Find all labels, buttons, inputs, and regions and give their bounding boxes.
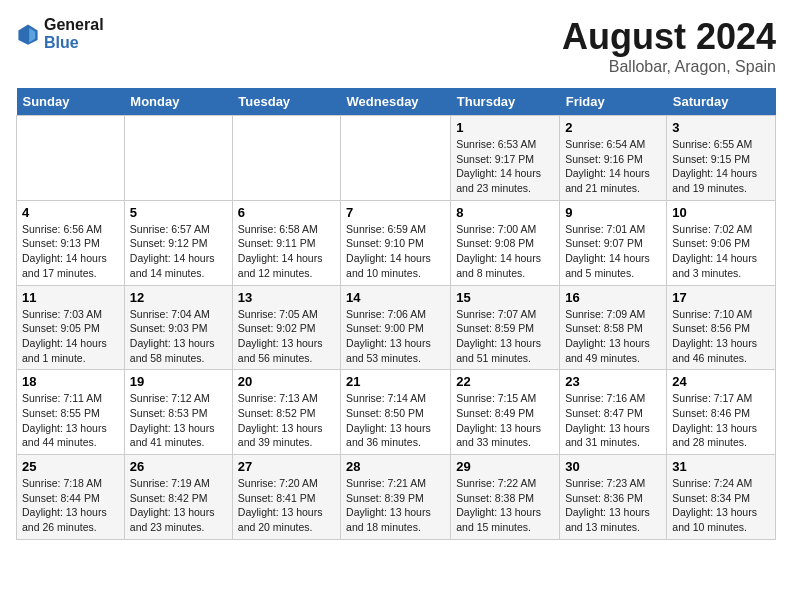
calendar-cell — [17, 116, 125, 201]
calendar-cell: 19Sunrise: 7:12 AM Sunset: 8:53 PM Dayli… — [124, 370, 232, 455]
day-info: Sunrise: 7:18 AM Sunset: 8:44 PM Dayligh… — [22, 476, 119, 535]
page-title: August 2024 — [562, 16, 776, 58]
day-info: Sunrise: 7:12 AM Sunset: 8:53 PM Dayligh… — [130, 391, 227, 450]
logo: General Blue — [16, 16, 104, 52]
day-info: Sunrise: 6:58 AM Sunset: 9:11 PM Dayligh… — [238, 222, 335, 281]
calendar-cell: 30Sunrise: 7:23 AM Sunset: 8:36 PM Dayli… — [560, 455, 667, 540]
day-number: 7 — [346, 205, 445, 220]
week-row-2: 4Sunrise: 6:56 AM Sunset: 9:13 PM Daylig… — [17, 200, 776, 285]
calendar-cell: 8Sunrise: 7:00 AM Sunset: 9:08 PM Daylig… — [451, 200, 560, 285]
day-info: Sunrise: 7:06 AM Sunset: 9:00 PM Dayligh… — [346, 307, 445, 366]
day-number: 11 — [22, 290, 119, 305]
calendar-cell — [341, 116, 451, 201]
day-info: Sunrise: 7:02 AM Sunset: 9:06 PM Dayligh… — [672, 222, 770, 281]
day-info: Sunrise: 7:19 AM Sunset: 8:42 PM Dayligh… — [130, 476, 227, 535]
day-info: Sunrise: 7:00 AM Sunset: 9:08 PM Dayligh… — [456, 222, 554, 281]
day-info: Sunrise: 6:53 AM Sunset: 9:17 PM Dayligh… — [456, 137, 554, 196]
day-number: 20 — [238, 374, 335, 389]
day-info: Sunrise: 7:23 AM Sunset: 8:36 PM Dayligh… — [565, 476, 661, 535]
day-number: 8 — [456, 205, 554, 220]
calendar-cell: 12Sunrise: 7:04 AM Sunset: 9:03 PM Dayli… — [124, 285, 232, 370]
calendar-cell — [124, 116, 232, 201]
page-subtitle: Ballobar, Aragon, Spain — [562, 58, 776, 76]
day-info: Sunrise: 6:55 AM Sunset: 9:15 PM Dayligh… — [672, 137, 770, 196]
header-friday: Friday — [560, 88, 667, 116]
day-info: Sunrise: 7:14 AM Sunset: 8:50 PM Dayligh… — [346, 391, 445, 450]
header-thursday: Thursday — [451, 88, 560, 116]
logo-icon — [16, 22, 40, 46]
calendar-cell: 22Sunrise: 7:15 AM Sunset: 8:49 PM Dayli… — [451, 370, 560, 455]
day-number: 24 — [672, 374, 770, 389]
day-number: 13 — [238, 290, 335, 305]
day-info: Sunrise: 6:56 AM Sunset: 9:13 PM Dayligh… — [22, 222, 119, 281]
day-info: Sunrise: 6:57 AM Sunset: 9:12 PM Dayligh… — [130, 222, 227, 281]
calendar-cell: 7Sunrise: 6:59 AM Sunset: 9:10 PM Daylig… — [341, 200, 451, 285]
day-number: 6 — [238, 205, 335, 220]
logo-text: General Blue — [44, 16, 104, 52]
day-info: Sunrise: 7:13 AM Sunset: 8:52 PM Dayligh… — [238, 391, 335, 450]
calendar-cell: 31Sunrise: 7:24 AM Sunset: 8:34 PM Dayli… — [667, 455, 776, 540]
day-number: 3 — [672, 120, 770, 135]
calendar-cell: 5Sunrise: 6:57 AM Sunset: 9:12 PM Daylig… — [124, 200, 232, 285]
day-number: 22 — [456, 374, 554, 389]
calendar-cell: 27Sunrise: 7:20 AM Sunset: 8:41 PM Dayli… — [232, 455, 340, 540]
day-number: 1 — [456, 120, 554, 135]
week-row-1: 1Sunrise: 6:53 AM Sunset: 9:17 PM Daylig… — [17, 116, 776, 201]
title-block: August 2024 Ballobar, Aragon, Spain — [562, 16, 776, 76]
day-info: Sunrise: 7:04 AM Sunset: 9:03 PM Dayligh… — [130, 307, 227, 366]
day-info: Sunrise: 7:05 AM Sunset: 9:02 PM Dayligh… — [238, 307, 335, 366]
calendar-cell: 18Sunrise: 7:11 AM Sunset: 8:55 PM Dayli… — [17, 370, 125, 455]
day-number: 4 — [22, 205, 119, 220]
day-info: Sunrise: 7:21 AM Sunset: 8:39 PM Dayligh… — [346, 476, 445, 535]
header-monday: Monday — [124, 88, 232, 116]
calendar-cell: 9Sunrise: 7:01 AM Sunset: 9:07 PM Daylig… — [560, 200, 667, 285]
day-number: 17 — [672, 290, 770, 305]
day-info: Sunrise: 7:09 AM Sunset: 8:58 PM Dayligh… — [565, 307, 661, 366]
header-saturday: Saturday — [667, 88, 776, 116]
calendar-cell: 25Sunrise: 7:18 AM Sunset: 8:44 PM Dayli… — [17, 455, 125, 540]
day-number: 18 — [22, 374, 119, 389]
header-tuesday: Tuesday — [232, 88, 340, 116]
calendar-cell: 20Sunrise: 7:13 AM Sunset: 8:52 PM Dayli… — [232, 370, 340, 455]
day-info: Sunrise: 7:22 AM Sunset: 8:38 PM Dayligh… — [456, 476, 554, 535]
day-number: 12 — [130, 290, 227, 305]
calendar-cell: 6Sunrise: 6:58 AM Sunset: 9:11 PM Daylig… — [232, 200, 340, 285]
day-number: 10 — [672, 205, 770, 220]
calendar-cell: 14Sunrise: 7:06 AM Sunset: 9:00 PM Dayli… — [341, 285, 451, 370]
day-number: 16 — [565, 290, 661, 305]
day-number: 5 — [130, 205, 227, 220]
day-info: Sunrise: 6:54 AM Sunset: 9:16 PM Dayligh… — [565, 137, 661, 196]
calendar-cell: 24Sunrise: 7:17 AM Sunset: 8:46 PM Dayli… — [667, 370, 776, 455]
day-number: 29 — [456, 459, 554, 474]
calendar-cell: 4Sunrise: 6:56 AM Sunset: 9:13 PM Daylig… — [17, 200, 125, 285]
day-info: Sunrise: 7:01 AM Sunset: 9:07 PM Dayligh… — [565, 222, 661, 281]
day-info: Sunrise: 7:07 AM Sunset: 8:59 PM Dayligh… — [456, 307, 554, 366]
calendar-cell: 1Sunrise: 6:53 AM Sunset: 9:17 PM Daylig… — [451, 116, 560, 201]
day-number: 19 — [130, 374, 227, 389]
header-sunday: Sunday — [17, 88, 125, 116]
day-number: 27 — [238, 459, 335, 474]
day-number: 25 — [22, 459, 119, 474]
calendar-cell: 21Sunrise: 7:14 AM Sunset: 8:50 PM Dayli… — [341, 370, 451, 455]
day-info: Sunrise: 6:59 AM Sunset: 9:10 PM Dayligh… — [346, 222, 445, 281]
day-number: 31 — [672, 459, 770, 474]
day-number: 15 — [456, 290, 554, 305]
day-info: Sunrise: 7:11 AM Sunset: 8:55 PM Dayligh… — [22, 391, 119, 450]
day-number: 28 — [346, 459, 445, 474]
calendar-cell: 29Sunrise: 7:22 AM Sunset: 8:38 PM Dayli… — [451, 455, 560, 540]
calendar-cell: 23Sunrise: 7:16 AM Sunset: 8:47 PM Dayli… — [560, 370, 667, 455]
day-info: Sunrise: 7:16 AM Sunset: 8:47 PM Dayligh… — [565, 391, 661, 450]
page-header: General Blue August 2024 Ballobar, Arago… — [16, 16, 776, 76]
day-number: 30 — [565, 459, 661, 474]
calendar-cell: 13Sunrise: 7:05 AM Sunset: 9:02 PM Dayli… — [232, 285, 340, 370]
week-row-4: 18Sunrise: 7:11 AM Sunset: 8:55 PM Dayli… — [17, 370, 776, 455]
day-number: 2 — [565, 120, 661, 135]
header-wednesday: Wednesday — [341, 88, 451, 116]
day-number: 14 — [346, 290, 445, 305]
day-info: Sunrise: 7:20 AM Sunset: 8:41 PM Dayligh… — [238, 476, 335, 535]
day-info: Sunrise: 7:10 AM Sunset: 8:56 PM Dayligh… — [672, 307, 770, 366]
calendar-cell: 16Sunrise: 7:09 AM Sunset: 8:58 PM Dayli… — [560, 285, 667, 370]
week-row-5: 25Sunrise: 7:18 AM Sunset: 8:44 PM Dayli… — [17, 455, 776, 540]
calendar-cell: 10Sunrise: 7:02 AM Sunset: 9:06 PM Dayli… — [667, 200, 776, 285]
day-info: Sunrise: 7:03 AM Sunset: 9:05 PM Dayligh… — [22, 307, 119, 366]
